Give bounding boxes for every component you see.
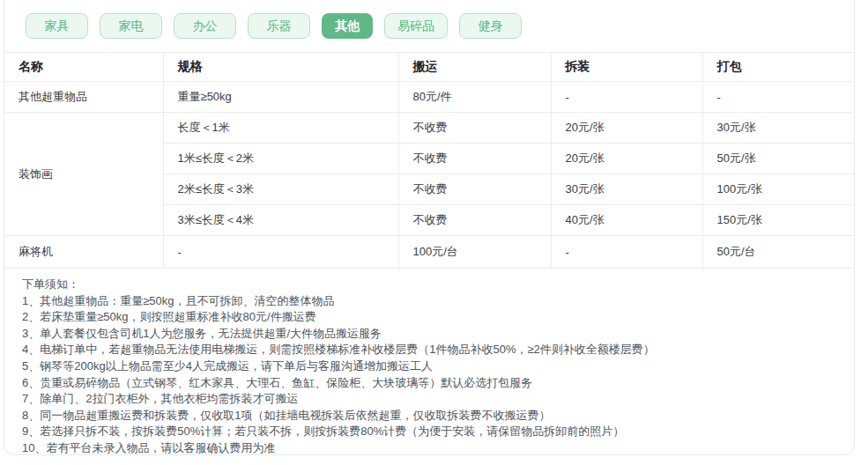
table-cell: - — [702, 82, 854, 113]
table-cell: 1米≤长度＜2米 — [163, 144, 398, 174]
table-cell: - — [163, 236, 398, 269]
tab-fitness[interactable]: 健身 — [459, 13, 522, 39]
table-cell: 2米≤长度＜3米 — [163, 174, 398, 205]
note-item: 6、贵重或易碎物品（立式钢琴、红木家具、大理石、鱼缸、保险柜、大块玻璃等）默认必… — [22, 375, 836, 392]
tab-instruments[interactable]: 乐器 — [248, 13, 310, 39]
note-item: 1、其他超重物品：重量≥50kg，且不可拆卸、清空的整体物品 — [22, 293, 836, 310]
note-item: 2、若床垫重量≥50kg，则按照超重标准补收80元/件搬运费 — [22, 309, 836, 326]
header-spec: 规格 — [163, 53, 398, 82]
table-cell: 100元/张 — [702, 174, 854, 205]
table-cell: - — [551, 82, 702, 113]
table-cell: 长度＜1米 — [163, 113, 398, 144]
table-header-row: 名称 规格 搬运 拆装 打包 — [4, 53, 854, 82]
item-name-cell: 麻将机 — [4, 236, 163, 269]
table-cell: 100元/台 — [398, 236, 551, 269]
table-cell: 80元/件 — [398, 82, 551, 113]
header-name: 名称 — [4, 53, 163, 82]
note-item: 5、钢琴等200kg以上物品需至少4人完成搬运，请下单后与客服沟通增加搬运工人 — [22, 358, 836, 375]
notes-title: 下单须知： — [22, 277, 836, 293]
table-cell: 不收费 — [398, 174, 551, 205]
note-item: 9、若选择只拆不装，按拆装费50%计算；若只装不拆，则按拆装费80%计费（为便于… — [22, 424, 836, 440]
item-name-cell: 其他超重物品 — [4, 82, 163, 113]
tab-fragile[interactable]: 易碎品 — [384, 13, 448, 39]
tab-furniture[interactable]: 家具 — [26, 13, 88, 39]
note-item: 7、除单门、2拉门衣柜外，其他衣柜均需拆装才可搬运 — [22, 391, 836, 408]
table-cell: - — [551, 236, 702, 269]
table-cell: 不收费 — [398, 205, 551, 236]
tab-office[interactable]: 办公 — [174, 13, 236, 39]
table-cell: 30元/张 — [551, 174, 702, 205]
header-packing: 打包 — [702, 53, 854, 82]
note-item: 10、若有平台未录入物品，请以客服确认费用为准 — [22, 440, 836, 455]
tab-others[interactable]: 其他 — [322, 13, 373, 39]
table-cell: 3米≤长度＜4米 — [163, 205, 398, 236]
pricing-card: 家具 家电 办公 乐器 其他 易碎品 健身 名称 规格 搬运 拆装 打包 其他超… — [4, 0, 855, 455]
item-name-cell: 装饰画 — [4, 113, 163, 236]
order-notes: 下单须知： 1、其他超重物品：重量≥50kg，且不可拆卸、清空的整体物品 2、若… — [4, 269, 854, 455]
table-cell: 20元/张 — [551, 144, 702, 174]
header-disassembly: 拆装 — [551, 53, 702, 82]
table-cell: 50元/张 — [702, 144, 854, 174]
category-tab-bar: 家具 家电 办公 乐器 其他 易碎品 健身 — [26, 13, 854, 39]
note-item: 8、同一物品超重搬运费和拆装费，仅收取1项（如挂墙电视拆装后依然超重，仅收取拆装… — [22, 408, 836, 424]
table-cell: 不收费 — [398, 113, 551, 144]
header-carry: 搬运 — [398, 53, 551, 82]
note-item: 3、单人套餐仅包含司机1人为您服务，无法提供超重/大件物品搬运服务 — [22, 326, 836, 343]
table-row: 其他超重物品 重量≥50kg 80元/件 - - — [4, 82, 854, 113]
pricing-table: 名称 规格 搬运 拆装 打包 其他超重物品 重量≥50kg 80元/件 - - … — [4, 52, 854, 269]
table-cell: 20元/张 — [551, 113, 702, 144]
note-item: 4、电梯订单中，若超重物品无法使用电梯搬运，则需按照楼梯标准补收楼层费（1件物品… — [22, 342, 836, 358]
table-cell: 重量≥50kg — [163, 82, 398, 113]
table-cell: 150元/张 — [702, 205, 854, 236]
table-row: 装饰画 长度＜1米 不收费 20元/张 30元/张 — [4, 113, 854, 144]
table-row: 麻将机 - 100元/台 - 50元/台 — [4, 236, 854, 269]
table-cell: 不收费 — [398, 144, 551, 174]
table-cell: 50元/台 — [702, 236, 854, 269]
table-cell: 30元/张 — [702, 113, 854, 144]
tab-appliances[interactable]: 家电 — [100, 13, 162, 39]
table-cell: 40元/张 — [551, 205, 702, 236]
